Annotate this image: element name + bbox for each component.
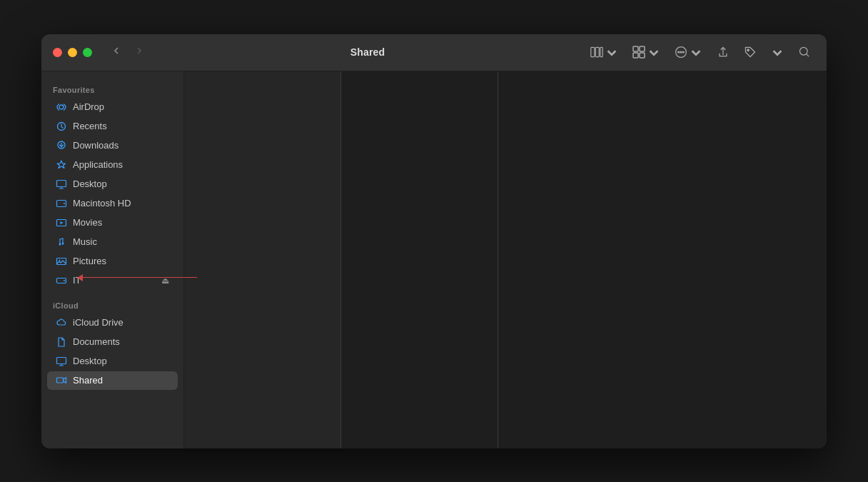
sidebar-item-airdrop[interactable]: AirDrop <box>47 98 178 116</box>
finder-window: Shared <box>41 34 827 448</box>
music-icon <box>56 236 67 248</box>
sidebar-item-recents[interactable]: Recents <box>47 117 178 136</box>
favourites-section-label: Favourites <box>41 80 183 97</box>
documents-label: Documents <box>73 336 120 347</box>
pictures-label: Pictures <box>73 256 106 266</box>
sidebar-item-shared[interactable]: Shared <box>47 371 178 390</box>
svg-point-13 <box>59 105 64 109</box>
svg-rect-5 <box>633 53 638 58</box>
downloads-label: Downloads <box>73 140 118 151</box>
macintosh-hd-label: Macintosh HD <box>73 198 131 209</box>
svg-rect-2 <box>600 47 602 56</box>
it-drive-icon <box>56 275 67 286</box>
column-pane-2 <box>341 71 498 448</box>
svg-point-12 <box>799 47 807 55</box>
shared-label: Shared <box>73 375 103 386</box>
svg-point-8 <box>678 51 680 53</box>
svg-point-10 <box>682 51 684 53</box>
main-content-pane <box>498 71 827 448</box>
toolbar-right <box>586 43 815 61</box>
svg-rect-27 <box>57 378 64 383</box>
desktop-label: Desktop <box>73 179 107 189</box>
sidebar-item-icloud-drive[interactable]: iCloud Drive <box>47 313 178 332</box>
svg-point-11 <box>747 49 749 51</box>
arrow-line <box>83 277 197 278</box>
svg-rect-22 <box>57 258 66 264</box>
music-label: Music <box>73 236 97 247</box>
svg-point-18 <box>64 203 65 204</box>
svg-point-23 <box>59 259 61 261</box>
sidebar-item-music[interactable]: Music <box>47 233 178 251</box>
movies-icon <box>56 217 67 229</box>
icloud-section-label: iCloud <box>41 296 183 313</box>
icloud-drive-label: iCloud Drive <box>73 317 123 328</box>
applications-label: Applications <box>73 159 123 170</box>
search-button[interactable] <box>794 43 815 61</box>
svg-rect-4 <box>640 46 645 51</box>
back-button[interactable] <box>106 42 126 62</box>
sidebar-item-downloads[interactable]: Downloads <box>47 136 178 155</box>
desktop-icon <box>56 179 67 190</box>
sidebar-item-movies[interactable]: Movies <box>47 214 178 232</box>
shared-icon <box>56 375 67 386</box>
sidebar-item-pictures[interactable]: Pictures <box>47 252 178 271</box>
arrow-head <box>77 274 83 281</box>
svg-point-20 <box>59 243 61 245</box>
desktop-icloud-label: Desktop <box>73 356 107 366</box>
annotation-arrow <box>77 274 197 281</box>
svg-point-21 <box>62 242 64 244</box>
nav-buttons <box>106 42 149 62</box>
downloads-icon <box>56 140 67 151</box>
sidebar-item-desktop[interactable]: Desktop <box>47 175 178 194</box>
recents-icon <box>56 121 67 132</box>
forward-button[interactable] <box>129 42 149 62</box>
svg-rect-1 <box>595 47 599 56</box>
traffic-lights <box>53 48 92 57</box>
macintosh-hd-icon <box>56 198 67 209</box>
sidebar: Favourites AirDrop <box>41 71 184 448</box>
titlebar: Shared <box>41 34 827 71</box>
sidebar-item-desktop-icloud[interactable]: Desktop <box>47 352 178 371</box>
maximize-button[interactable] <box>83 48 92 57</box>
svg-rect-26 <box>57 357 66 363</box>
svg-point-9 <box>680 51 682 53</box>
share-button[interactable] <box>712 43 734 61</box>
airdrop-label: AirDrop <box>73 101 104 112</box>
applications-icon <box>56 159 67 171</box>
airdrop-icon <box>56 101 67 113</box>
tag-button[interactable] <box>740 43 761 61</box>
icloud-drive-icon <box>56 317 67 328</box>
sidebar-item-applications[interactable]: Applications <box>47 156 178 174</box>
action-button[interactable] <box>670 43 707 61</box>
sidebar-item-documents[interactable]: Documents <box>47 333 178 351</box>
options-chevron-button[interactable] <box>767 43 788 61</box>
svg-rect-6 <box>640 53 645 58</box>
window-title: Shared <box>149 46 586 58</box>
svg-point-25 <box>64 280 65 281</box>
main-content-area: Favourites AirDrop <box>41 71 827 448</box>
minimize-button[interactable] <box>68 48 77 57</box>
main-area <box>184 71 827 448</box>
documents-icon <box>56 336 67 348</box>
recents-label: Recents <box>73 121 107 131</box>
column-pane-1 <box>184 71 341 448</box>
sidebar-item-macintosh-hd[interactable]: Macintosh HD <box>47 194 178 213</box>
svg-rect-3 <box>633 46 638 51</box>
close-button[interactable] <box>53 48 62 57</box>
pictures-icon <box>56 256 67 267</box>
movies-label: Movies <box>73 217 102 228</box>
column-view-button[interactable] <box>586 43 622 61</box>
grid-view-button[interactable] <box>628 43 665 61</box>
svg-rect-0 <box>591 47 595 56</box>
desktop-icloud-icon <box>56 356 67 367</box>
svg-rect-16 <box>57 180 66 186</box>
